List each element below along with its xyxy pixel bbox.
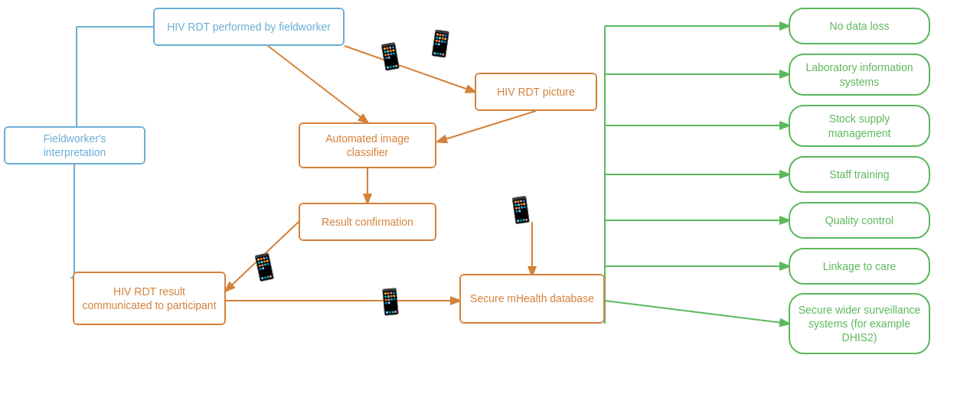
svg-line-18	[605, 301, 789, 324]
secure-mhealth-box: Secure mHealth database	[459, 274, 605, 324]
green-box-stock-supply: Stock supply management	[789, 105, 930, 147]
green-box-linkage-to-care: Linkage to care	[789, 248, 930, 285]
svg-line-7	[226, 222, 299, 291]
phone-icon-2: 📱	[423, 27, 458, 60]
phone-icon-3: 📱	[246, 249, 282, 284]
automated-classifier-box: Automated image classifier	[299, 122, 436, 168]
green-box-lab-info: Laboratory information systems	[789, 54, 930, 96]
phone-icon-1: 📱	[373, 40, 408, 73]
result-confirmation-box: Result confirmation	[299, 203, 436, 241]
svg-line-5	[438, 111, 536, 142]
diagram: HIV RDT performed by fieldworker Fieldwo…	[0, 0, 980, 394]
green-box-surveillance: Secure wider surveillance systems (for e…	[789, 293, 930, 354]
hiv-rdt-fieldworker-box: HIV RDT performed by fieldworker	[153, 8, 345, 46]
svg-line-3	[345, 46, 475, 92]
green-box-quality-control: Quality control	[789, 202, 930, 239]
hiv-rdt-result-box: HIV RDT result communicated to participa…	[73, 272, 226, 325]
phone-icon-4: 📱	[374, 285, 407, 317]
phone-icon-5: 📱	[504, 193, 538, 226]
green-box-staff-training: Staff training	[789, 156, 930, 193]
green-box-no-data-loss: No data loss	[789, 8, 930, 44]
fieldworker-interpretation-box: Fieldworker's interpretation	[4, 126, 145, 164]
hiv-rdt-picture-box: HIV RDT picture	[475, 73, 597, 111]
svg-line-4	[268, 46, 368, 122]
